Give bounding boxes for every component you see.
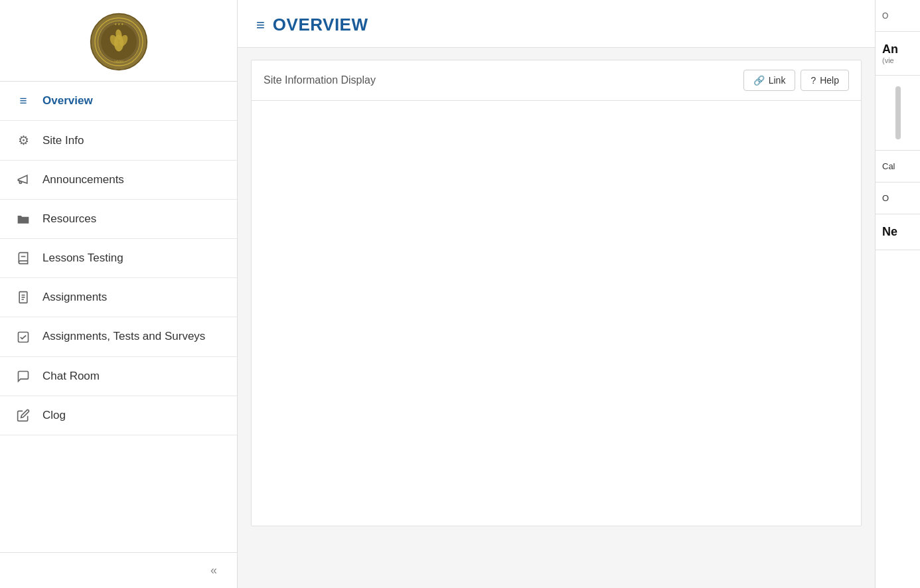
- sidebar-item-announcements[interactable]: Announcements: [0, 161, 237, 200]
- edit-icon: [15, 409, 32, 422]
- main-content: ≡ OVERVIEW Site Information Display 🔗 Li…: [238, 0, 875, 588]
- sidebar-item-site-info-label: Site Info: [42, 133, 84, 148]
- sidebar-item-lessons-testing[interactable]: Lessons Testing: [0, 239, 237, 278]
- gear-icon: ⚙: [15, 133, 32, 148]
- sidebar-footer: «: [0, 552, 237, 588]
- sidebar-item-chat-room[interactable]: Chat Room: [0, 357, 237, 396]
- right-panel-title-5: Ne: [882, 225, 913, 239]
- link-button[interactable]: 🔗 Link: [743, 70, 796, 91]
- help-button-label: Help: [820, 75, 839, 86]
- sidebar-item-resources-label: Resources: [42, 212, 96, 226]
- overview-header-icon: ≡: [256, 17, 265, 34]
- scrollbar-track[interactable]: [895, 86, 901, 139]
- right-panel-label-1: O: [882, 11, 888, 21]
- tool-panel-actions: 🔗 Link ? Help: [743, 70, 849, 91]
- right-panel-section-4: O: [876, 183, 920, 214]
- checkbox-icon: [15, 331, 32, 344]
- link-icon: 🔗: [753, 75, 765, 86]
- sidebar-item-assignments-tests-surveys[interactable]: Assignments, Tests and Surveys: [0, 317, 237, 356]
- sidebar-item-site-info[interactable]: ⚙ Site Info: [0, 121, 237, 161]
- book-icon: [15, 252, 32, 265]
- sidebar: ★ ★ ★ HAWAII ≡ Overview ⚙ Site Info Anno…: [0, 0, 238, 588]
- tool-panel-title: Site Information Display: [264, 74, 376, 86]
- sidebar-navigation: ≡ Overview ⚙ Site Info Announcements: [0, 82, 237, 552]
- page-title: OVERVIEW: [273, 15, 368, 35]
- right-panel-section-1: O: [876, 0, 920, 32]
- right-panel-label-3: Cal: [882, 161, 895, 171]
- right-panel-section-2: An (vie: [876, 32, 920, 76]
- right-panel-title-2: An: [882, 42, 913, 56]
- sidebar-item-chat-room-label: Chat Room: [42, 369, 100, 384]
- document-icon: [15, 291, 32, 304]
- tool-panel-header: Site Information Display 🔗 Link ? Help: [252, 60, 861, 101]
- chat-icon: [15, 370, 32, 383]
- sidebar-item-overview[interactable]: ≡ Overview: [0, 82, 237, 121]
- link-button-label: Link: [769, 75, 786, 86]
- university-logo: ★ ★ ★ HAWAII: [89, 12, 149, 72]
- right-panel-section-5: Ne: [876, 214, 920, 250]
- svg-point-10: [19, 181, 21, 183]
- site-information-panel: Site Information Display 🔗 Link ? Help: [251, 60, 862, 526]
- svg-text:HAWAII: HAWAII: [114, 60, 123, 63]
- sidebar-item-lessons-testing-label: Lessons Testing: [42, 251, 123, 265]
- list-icon: ≡: [15, 94, 32, 108]
- folder-icon: [15, 213, 32, 225]
- sidebar-item-assignments-tests-surveys-label: Assignments, Tests and Surveys: [42, 329, 205, 344]
- sidebar-item-announcements-label: Announcements: [42, 173, 124, 187]
- logo-container: ★ ★ ★ HAWAII: [0, 0, 237, 82]
- right-panel-section-3: Cal: [876, 151, 920, 183]
- page-header: ≡ OVERVIEW: [238, 0, 875, 48]
- megaphone-icon: [15, 173, 32, 186]
- sidebar-item-clog-label: Clog: [42, 408, 66, 423]
- svg-text:★ ★ ★: ★ ★ ★: [114, 23, 124, 26]
- tool-panel-body: [252, 101, 861, 526]
- help-button[interactable]: ? Help: [801, 70, 849, 91]
- content-area: Site Information Display 🔗 Link ? Help: [238, 48, 875, 588]
- sidebar-item-assignments-label: Assignments: [42, 290, 107, 305]
- sidebar-item-clog[interactable]: Clog: [0, 396, 237, 435]
- sidebar-item-overview-label: Overview: [42, 94, 93, 108]
- sidebar-item-resources[interactable]: Resources: [0, 200, 237, 239]
- right-panel-sub-2: (vie: [882, 56, 913, 64]
- right-panel: O An (vie Cal O Ne: [875, 0, 920, 588]
- right-panel-label-4: O: [882, 193, 889, 203]
- help-icon: ?: [810, 75, 816, 86]
- collapse-sidebar-button[interactable]: «: [205, 561, 222, 580]
- right-panel-scrollbar-section: [876, 76, 920, 151]
- sidebar-item-assignments[interactable]: Assignments: [0, 278, 237, 317]
